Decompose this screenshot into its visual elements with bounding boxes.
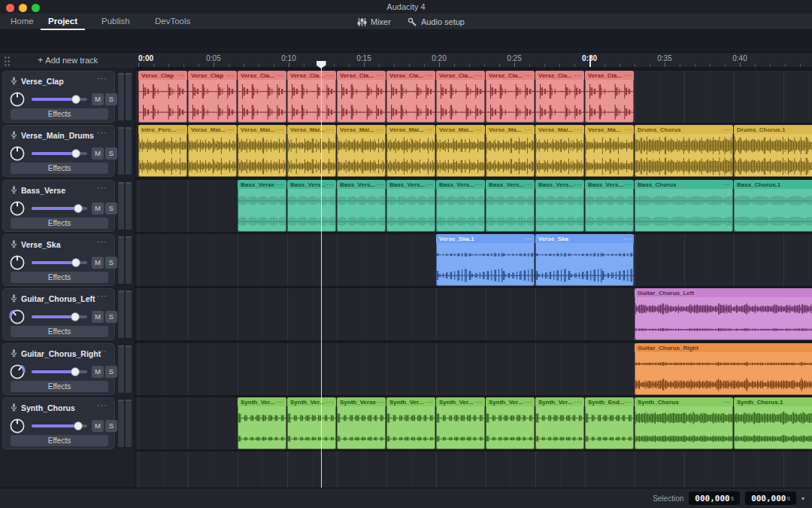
audio-clip[interactable]: Verse_Mai...··· xyxy=(436,125,485,177)
track-menu-button[interactable]: ··· xyxy=(97,400,108,409)
clip-menu-icon[interactable]: ··· xyxy=(624,181,635,188)
timeline-ruler[interactable]: 0:000:050:100:150:200:250:300:350:40 xyxy=(135,53,812,68)
track-menu-button[interactable]: ··· xyxy=(97,291,108,300)
solo-button[interactable]: S xyxy=(105,366,117,378)
audio-clip[interactable]: Drums_Chorus.1··· xyxy=(734,125,812,177)
audio-clip[interactable]: Verse_Mai...··· xyxy=(535,125,584,177)
audio-clip[interactable]: Guitar_Chorus_Right··· xyxy=(635,343,812,395)
audio-clip[interactable]: Synth_Chorus··· xyxy=(635,397,733,449)
track-lane-guitar_chorus_left[interactable]: Guitar_Chorus_Left··· xyxy=(135,288,812,340)
audio-clip[interactable]: Verse_Cla...··· xyxy=(585,71,634,123)
clip-menu-icon[interactable]: ··· xyxy=(426,71,436,79)
track-lane-bass_verse[interactable]: Bass_Verse···Bass_Vers...···Bass_Vers...… xyxy=(135,180,812,232)
clip-menu-icon[interactable]: ··· xyxy=(624,126,635,133)
volume-slider[interactable] xyxy=(32,370,87,373)
audio-clip[interactable]: Synth_Ver...··· xyxy=(287,397,336,449)
clip-menu-icon[interactable]: ··· xyxy=(723,181,734,188)
audio-clip[interactable]: Verse_Cla...··· xyxy=(486,71,535,123)
clip-menu-icon[interactable]: ··· xyxy=(326,398,337,406)
audio-clip[interactable]: Bass_Vers...··· xyxy=(486,180,535,232)
clip-menu-icon[interactable]: ··· xyxy=(277,181,287,188)
solo-button[interactable]: S xyxy=(105,420,117,432)
menu-item-devtools[interactable]: DevTools xyxy=(147,14,198,30)
pan-knob[interactable] xyxy=(8,363,26,381)
audio-clip[interactable]: Verse_Ma...··· xyxy=(486,125,535,177)
audio-clip[interactable]: Verse_Cla...··· xyxy=(337,71,386,123)
volume-slider[interactable] xyxy=(32,315,87,318)
clip-menu-icon[interactable]: ··· xyxy=(574,398,585,406)
track-lane-guitar_chorus_right[interactable]: Guitar_Chorus_Right··· xyxy=(135,343,812,395)
clip-menu-icon[interactable]: ··· xyxy=(624,398,635,406)
clip-menu-icon[interactable]: ··· xyxy=(177,71,188,79)
add-new-track-button[interactable]: +Add new track xyxy=(0,53,135,69)
audio-clip[interactable]: Verse_Mai...··· xyxy=(337,125,386,177)
audio-clip[interactable]: Verse_Cla...··· xyxy=(287,71,336,123)
audio-clip[interactable]: Bass_Vers...··· xyxy=(436,180,485,232)
audio-clip[interactable]: Verse_Cla...··· xyxy=(535,71,584,123)
clip-menu-icon[interactable]: ··· xyxy=(277,398,287,406)
track-lane-verse_main_drums[interactable]: Intro_Perc...···Verse_Mai...···Verse_Mai… xyxy=(135,125,812,177)
clip-menu-icon[interactable]: ··· xyxy=(475,126,486,133)
volume-slider-thumb[interactable] xyxy=(71,367,80,376)
mute-button[interactable]: M xyxy=(92,420,104,432)
solo-button[interactable]: S xyxy=(105,93,117,105)
track-menu-button[interactable]: ··· xyxy=(97,183,108,192)
solo-button[interactable]: S xyxy=(105,202,117,214)
track-menu-button[interactable]: ··· xyxy=(97,346,108,355)
clip-menu-icon[interactable]: ··· xyxy=(426,398,436,406)
audio-clip[interactable]: Verse_Cla...··· xyxy=(238,71,286,123)
solo-button[interactable]: S xyxy=(105,257,117,269)
volume-slider-thumb[interactable] xyxy=(74,204,83,213)
mute-button[interactable]: M xyxy=(92,257,104,269)
audio-clip[interactable]: Synth_Verse··· xyxy=(337,397,386,449)
audio-clip[interactable]: Bass_Vers...··· xyxy=(337,180,386,232)
clip-menu-icon[interactable]: ··· xyxy=(426,181,436,188)
volume-slider[interactable] xyxy=(32,261,87,264)
pan-knob[interactable] xyxy=(8,254,26,272)
audio-clip[interactable]: Verse_Ska··· xyxy=(535,234,634,286)
menu-item-publish[interactable]: Publish xyxy=(94,14,138,30)
clip-menu-icon[interactable]: ··· xyxy=(624,71,635,79)
solo-button[interactable]: S xyxy=(105,148,117,160)
audio-clip[interactable]: Synth_Ver...··· xyxy=(386,397,435,449)
menu-item-project[interactable]: Project xyxy=(41,14,85,30)
audio-clip[interactable]: Verse_Ma...··· xyxy=(585,125,634,177)
mute-button[interactable]: M xyxy=(92,93,104,105)
volume-slider-thumb[interactable] xyxy=(71,95,80,104)
audio-clip[interactable]: Synth_End...··· xyxy=(585,397,634,449)
volume-slider[interactable] xyxy=(32,424,87,427)
clip-menu-icon[interactable]: ··· xyxy=(475,398,486,406)
audio-clip[interactable]: Verse_Mai...··· xyxy=(386,125,435,177)
clip-menu-icon[interactable]: ··· xyxy=(426,126,436,133)
clip-menu-icon[interactable]: ··· xyxy=(326,126,337,133)
clip-menu-icon[interactable]: ··· xyxy=(227,71,238,79)
volume-slider[interactable] xyxy=(32,207,87,210)
audio-clip[interactable]: Bass_Vers...··· xyxy=(386,180,435,232)
clip-menu-icon[interactable]: ··· xyxy=(475,71,486,79)
clip-menu-icon[interactable]: ··· xyxy=(574,181,585,188)
volume-slider-thumb[interactable] xyxy=(71,258,80,267)
audio-clip[interactable]: Bass_Chorus··· xyxy=(635,180,733,232)
track-lane-verse_ska[interactable]: Verse_Ska.1···Verse_Ska··· xyxy=(135,234,812,286)
track-menu-button[interactable]: ··· xyxy=(97,237,108,246)
clip-menu-icon[interactable]: ··· xyxy=(723,398,734,406)
audio-clip[interactable]: Synth_Ver...··· xyxy=(535,397,584,449)
mixer-button[interactable]: Mixer xyxy=(357,17,391,27)
audio-clip[interactable]: Verse_Mai...··· xyxy=(188,125,237,177)
audio-clip[interactable]: Verse_Mai...··· xyxy=(238,125,286,177)
selection-format-caret-icon[interactable]: ▾ xyxy=(801,495,804,502)
clip-menu-icon[interactable]: ··· xyxy=(376,71,386,79)
clip-menu-icon[interactable]: ··· xyxy=(326,71,337,79)
pan-knob[interactable] xyxy=(8,144,26,163)
clip-menu-icon[interactable]: ··· xyxy=(277,71,287,79)
pan-knob[interactable] xyxy=(8,90,26,108)
mute-button[interactable]: M xyxy=(92,311,104,323)
track-menu-button[interactable]: ··· xyxy=(97,74,108,83)
effects-button[interactable]: Effects xyxy=(11,272,108,283)
mute-button[interactable]: M xyxy=(92,202,104,214)
effects-button[interactable]: Effects xyxy=(11,326,108,337)
volume-slider[interactable] xyxy=(32,152,87,155)
menu-item-home[interactable]: Home xyxy=(3,14,41,30)
effects-button[interactable]: Effects xyxy=(11,381,108,392)
clip-menu-icon[interactable]: ··· xyxy=(326,181,337,188)
